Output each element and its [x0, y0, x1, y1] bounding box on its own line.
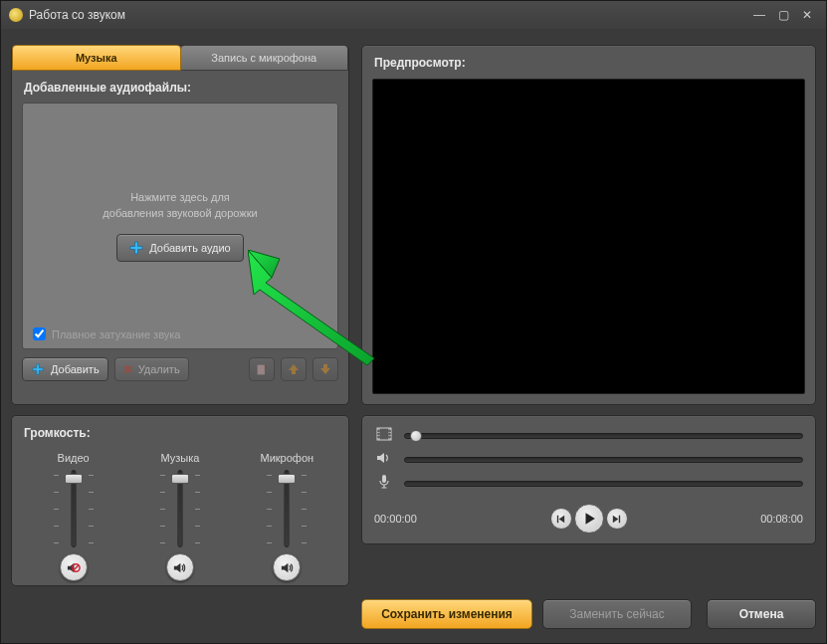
preview-panel: Предпросмотр:	[361, 45, 816, 405]
music-timeline-slider[interactable]	[404, 453, 803, 467]
cancel-label: Отмена	[739, 607, 784, 621]
replace-now-button[interactable]: Заменить сейчас	[542, 599, 692, 629]
music-volume-slider[interactable]	[162, 470, 198, 547]
volume-music-col: Музыка	[135, 452, 225, 581]
audio-drop-area[interactable]: Нажмите здесь для добавления звуковой до…	[22, 103, 338, 349]
volume-mic-col: Микрофон	[242, 452, 331, 581]
minimize-button[interactable]: —	[748, 7, 770, 23]
svg-line-1	[74, 565, 79, 570]
move-up-button	[281, 357, 307, 381]
volume-video-label: Видео	[29, 452, 118, 464]
film-icon	[374, 427, 394, 445]
cancel-button[interactable]: Отмена	[707, 599, 816, 629]
preview-video	[372, 79, 805, 394]
app-icon	[9, 8, 23, 22]
plus-icon	[129, 241, 143, 255]
volume-title: Громкость:	[12, 416, 348, 448]
play-button[interactable]	[574, 504, 604, 534]
volume-video-col: Видео	[29, 452, 118, 581]
tab-mic-record[interactable]: Запись с микрофона	[180, 45, 349, 71]
next-button[interactable]	[606, 508, 628, 530]
volume-music-label: Музыка	[135, 452, 225, 464]
replace-label: Заменить сейчас	[569, 607, 665, 621]
close-button[interactable]: ✕	[796, 7, 818, 23]
tab-mic-label: Запись с микрофона	[211, 52, 316, 64]
tab-strip: Музыка Запись с микрофона	[12, 45, 348, 71]
volume-mic-label: Микрофон	[242, 452, 331, 464]
music-mute-button[interactable]	[166, 553, 194, 581]
delete-button: ✖ Удалить	[114, 357, 189, 381]
mic-icon	[374, 474, 394, 494]
drop-hint: Нажмите здесь для добавления звуковой до…	[103, 190, 257, 222]
mic-volume-slider[interactable]	[269, 470, 305, 547]
sound-window: Работа со звуком — ▢ ✕ Музыка Запись с м…	[0, 0, 827, 644]
svg-rect-11	[382, 475, 386, 483]
playback-panel: 00:00:00 00:08:00	[361, 415, 816, 544]
delete-label: Удалить	[138, 363, 180, 375]
mic-timeline-slider[interactable]	[404, 477, 803, 491]
time-current: 00:00:00	[374, 513, 417, 525]
add-audio-label: Добавить аудио	[149, 242, 230, 254]
video-timeline-slider[interactable]	[404, 429, 803, 443]
maximize-button[interactable]: ▢	[772, 7, 794, 23]
add-audio-button[interactable]: Добавить аудио	[116, 234, 243, 262]
tab-music[interactable]: Музыка	[12, 45, 181, 71]
speaker-icon	[374, 451, 394, 469]
save-button[interactable]: Сохранить изменения	[361, 599, 532, 629]
cut-button	[249, 357, 275, 381]
window-title: Работа со звуком	[29, 8, 125, 22]
plus-icon	[31, 362, 45, 376]
save-label: Сохранить изменения	[381, 607, 513, 621]
video-mute-button[interactable]	[60, 553, 88, 581]
preview-title: Предпросмотр:	[362, 46, 815, 78]
video-volume-slider[interactable]	[56, 470, 92, 547]
add-label: Добавить	[51, 363, 100, 375]
mic-mute-button[interactable]	[273, 553, 301, 581]
audio-files-title: Добавленные аудиофайлы:	[12, 71, 348, 103]
titlebar: Работа со звуком — ▢ ✕	[1, 1, 826, 29]
volume-panel: Громкость: Видео	[11, 415, 349, 586]
tab-music-label: Музыка	[76, 52, 117, 64]
audio-files-panel: Музыка Запись с микрофона Добавленные ау…	[11, 45, 349, 405]
prev-button[interactable]	[550, 508, 572, 530]
bottom-bar: Сохранить изменения Заменить сейчас Отме…	[361, 595, 816, 633]
fade-label: Плавное затухание звука	[52, 328, 180, 340]
fade-checkbox[interactable]	[33, 327, 46, 340]
fade-checkbox-row[interactable]: Плавное затухание звука	[33, 327, 180, 340]
add-button[interactable]: Добавить	[22, 357, 108, 381]
x-icon: ✖	[123, 363, 132, 376]
move-down-button	[312, 357, 338, 381]
time-total: 00:08:00	[760, 513, 803, 525]
